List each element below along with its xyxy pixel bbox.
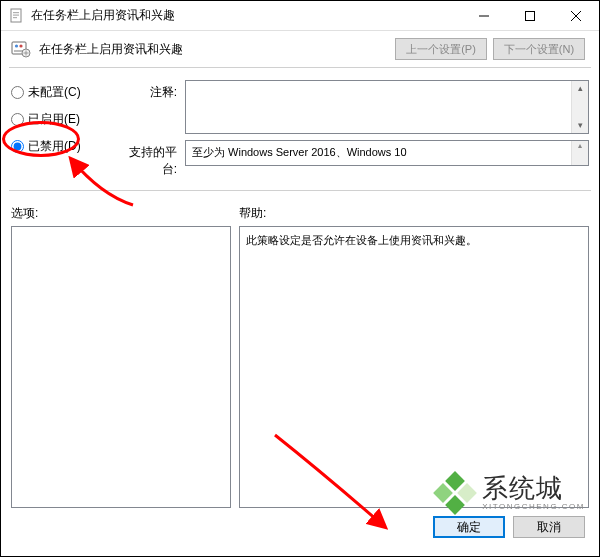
section-labels: 选项: 帮助: [1, 199, 599, 226]
comment-label: 注释: [115, 80, 177, 101]
radio-disabled[interactable]: 已禁用(D) [11, 138, 103, 155]
config-area: 未配置(C) 已启用(E) 已禁用(D) 注释: ▴ ▾ 支持的平台: 至少为 … [1, 76, 599, 184]
help-text: 此策略设定是否允许在设备上使用资讯和兴趣。 [246, 234, 477, 246]
platform-textbox: 至少为 Windows Server 2016、Windows 10 ▴ [185, 140, 589, 166]
help-label: 帮助: [239, 205, 266, 222]
minimize-button[interactable] [461, 1, 507, 31]
comment-textbox[interactable]: ▴ ▾ [185, 80, 589, 134]
options-pane [11, 226, 231, 508]
radio-enabled-input[interactable] [11, 113, 24, 126]
radio-disabled-label: 已禁用(D) [28, 138, 81, 155]
subheader: 在任务栏上启用资讯和兴趣 上一个设置(P) 下一个设置(N) [1, 31, 599, 67]
radio-not-configured-label: 未配置(C) [28, 84, 81, 101]
divider [9, 190, 591, 191]
scroll-down-icon[interactable]: ▾ [572, 118, 588, 133]
next-setting-button[interactable]: 下一个设置(N) [493, 38, 585, 60]
options-label: 选项: [11, 205, 239, 222]
cancel-button[interactable]: 取消 [513, 516, 585, 538]
platform-text: 至少为 Windows Server 2016、Windows 10 [192, 146, 407, 158]
scrollbar[interactable]: ▴ ▾ [571, 81, 588, 133]
svg-rect-3 [13, 17, 17, 18]
maximize-button[interactable] [507, 1, 553, 31]
panes: 此策略设定是否允许在设备上使用资讯和兴趣。 [1, 226, 599, 508]
radio-enabled-label: 已启用(E) [28, 111, 80, 128]
gp-setting-icon [11, 39, 31, 59]
svg-point-9 [15, 44, 18, 47]
platform-scrollbar[interactable]: ▴ [571, 141, 588, 165]
scroll-up-icon[interactable]: ▴ [572, 81, 588, 96]
platform-label: 支持的平台: [115, 140, 177, 178]
radio-enabled[interactable]: 已启用(E) [11, 111, 103, 128]
divider [9, 67, 591, 68]
radio-not-configured-input[interactable] [11, 86, 24, 99]
subheader-title: 在任务栏上启用资讯和兴趣 [39, 41, 395, 58]
radio-disabled-input[interactable] [11, 140, 24, 153]
help-pane: 此策略设定是否允许在设备上使用资讯和兴趣。 [239, 226, 589, 508]
close-button[interactable] [553, 1, 599, 31]
radio-not-configured[interactable]: 未配置(C) [11, 84, 103, 101]
policy-icon [9, 8, 25, 24]
ok-button[interactable]: 确定 [433, 516, 505, 538]
window-controls [461, 1, 599, 31]
svg-rect-1 [13, 12, 19, 13]
svg-point-10 [19, 44, 22, 47]
prev-setting-button[interactable]: 上一个设置(P) [395, 38, 487, 60]
titlebar: 在任务栏上启用资讯和兴趣 [1, 1, 599, 31]
svg-rect-2 [13, 14, 19, 15]
svg-rect-5 [526, 11, 535, 20]
window-title: 在任务栏上启用资讯和兴趣 [31, 7, 461, 24]
bottom-bar: 确定 取消 [1, 508, 599, 546]
scroll-up-icon[interactable]: ▴ [572, 141, 588, 151]
radio-column: 未配置(C) 已启用(E) 已禁用(D) [11, 80, 103, 178]
